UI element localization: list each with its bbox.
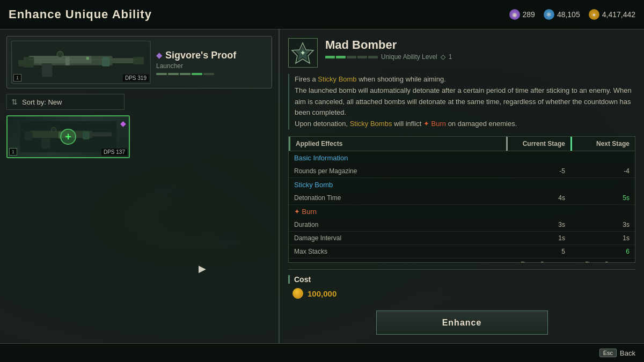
esc-back[interactable]: Esc Back [599,349,635,357]
currency-bar: ◉ 289 ❄ 48,105 ● 4,417,442 [509,9,635,20]
desc-will-inflict: will inflict [394,120,423,128]
stat-row-max-stacks: Max Stacks 5 6 [289,245,635,258]
burn-icon-text: ✦ [423,120,429,128]
ability-description: Fires a Sticky Bomb when shooting while … [288,74,635,130]
stat-current-additional-damage: Firearm Damage x 10.0% [506,258,570,263]
stat-next-max-stacks: 6 [570,245,635,258]
bar-1 [156,73,167,75]
level-bar-5 [368,56,378,58]
color-bars [156,73,267,75]
esc-key[interactable]: Esc [599,349,617,357]
stats-body: Basic Information Rounds per Magazine -5… [289,151,635,263]
gem-icon: ◆ [120,119,126,128]
stats-section: Applied Effects Current Stage Next Stage… [288,136,635,263]
desc-fires: Fires a [295,75,318,83]
plus-icon: + [60,129,76,145]
bottom-bar: Esc Back [0,343,644,362]
weapon-info: ◆ Sigvore's Proof Launcher [156,50,267,75]
stat-next-rounds: -4 [570,165,635,178]
ability-level-row: Unique Ability Level ◇ 1 [325,53,635,61]
applied-effects-header: Applied Effects [289,137,506,151]
blue-currency-icon: ❄ [544,9,554,20]
stat-name-duration: Duration [289,218,506,231]
stat-next-additional-damage: Firearm Damage x 10.0% [570,258,635,263]
sort-icon: ⇅ [11,98,18,106]
stat-name-detonation: Detonation Time [289,191,506,204]
stat-current-duration: 3s [506,218,570,231]
gold-currency-icon: ● [589,9,599,20]
stat-current-rounds: -5 [506,165,570,178]
weapon-badge: 1 [13,74,21,82]
level-bar-1 [325,56,335,58]
stat-current-damage-interval: 1s [506,232,570,245]
level-bar-4 [357,56,367,58]
sticky-bomb-highlight: Sticky Bomb [318,75,356,83]
svg-rect-8 [65,57,70,65]
weapon-name: ◆ Sigvore's Proof [156,50,267,61]
svg-point-19 [52,127,56,132]
stat-next-detonation: 5s [570,191,635,204]
gold-currency-value: 4,417,442 [602,10,635,19]
stat-current-detonation: 4s [506,191,570,204]
svg-rect-20 [83,132,90,139]
page-title: Enhance Unique Ability [9,8,152,21]
svg-rect-11 [102,57,110,67]
stat-row-duration: Duration 3s 3s [289,218,635,232]
stat-name-rounds: Rounds per Magazine [289,165,506,178]
svg-rect-7 [42,63,53,77]
next-stage-header: Next Stage [570,137,635,151]
sticky-bombs-highlight: Sticky Bombs [350,120,392,128]
cost-title: Cost [288,275,635,284]
stats-table: Applied Effects Current Stage Next Stage… [288,136,635,263]
level-bar-3 [347,56,356,58]
svg-rect-17 [42,138,50,149]
ability-header: ✦ Mad Bomber Unique Ability Level [288,38,635,68]
category-basic: Basic Information [289,151,635,165]
ability-title: Mad Bomber Unique Ability Level ◇ 1 [325,38,635,61]
level-bar-2 [336,56,346,58]
cost-section: Cost 100,000 [288,269,635,304]
weapon-image: 1 DPS 319 [11,41,151,84]
stat-row-detonation: Detonation Time 4s 5s [289,191,635,205]
stat-row-additional-damage: Additional Damage Firearm Damage x 10.0%… [289,258,635,263]
svg-text:✦: ✦ [300,49,305,57]
selected-gun-item[interactable]: + ◆ 1 DPS 137 [6,115,130,158]
top-bar: Enhance Unique Ability ◉ 289 ❄ 48,105 ● … [0,0,644,29]
item-badge: 1 [9,148,17,156]
current-stage-header: Current Stage [506,137,570,151]
bar-4 [192,73,202,75]
ability-level-num: 1 [449,53,452,61]
sort-bar[interactable]: ⇅ Sort by: New [6,94,125,110]
left-panel: 1 DPS 319 ◆ Sigvore's Proof Launcher [0,29,279,343]
back-label: Back [620,349,635,357]
right-panel: ✦ Mad Bomber Unique Ability Level [280,29,644,343]
desc-when: when shooting while aiming. [358,75,446,83]
ability-icon: ✦ [288,38,318,68]
purple-currency: ◉ 289 [509,9,535,20]
enhance-button[interactable]: Enhance [376,311,548,335]
stat-name-additional-damage: Additional Damage [289,258,506,263]
desc-para2: The launched bomb will automatically det… [295,85,635,119]
stat-row-damage-interval: Damage Interval 1s 1s [289,232,635,245]
desc-on: on damaged enemies. [448,120,517,128]
sort-text: Sort by: New [22,98,62,106]
weapon-type: Launcher [156,62,267,70]
bar-2 [168,73,179,75]
svg-rect-6 [18,60,28,67]
bar-5 [203,73,214,75]
dps-badge: DPS 319 [123,75,149,82]
stat-name-damage-interval: Damage Interval [289,232,506,245]
gold-coin-icon [292,288,303,299]
stat-next-duration: 3s [570,218,635,231]
svg-rect-9 [86,57,89,60]
blue-currency: ❄ 48,105 [544,9,580,20]
cost-value: 100,000 [308,289,336,298]
svg-rect-15 [90,132,112,136]
desc-upon: Upon detonation, [295,120,350,128]
stat-next-damage-interval: 1s [570,232,635,245]
svg-rect-4 [134,57,144,64]
stat-current-max-stacks: 5 [506,245,570,258]
svg-point-10 [57,51,63,58]
blue-currency-value: 48,105 [557,10,580,19]
stat-row-rounds: Rounds per Magazine -5 -4 [289,165,635,178]
